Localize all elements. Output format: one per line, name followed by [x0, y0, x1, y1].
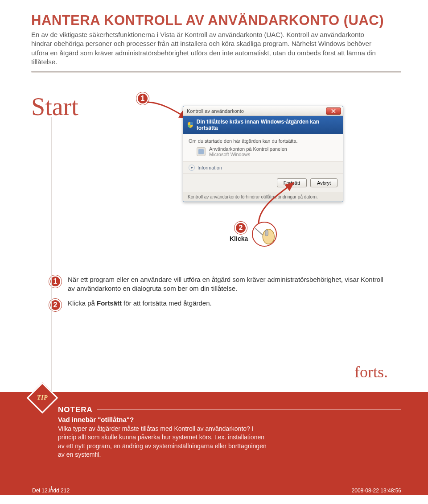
- note-body: Vilka typer av åtgärder måste tillåtas m…: [58, 425, 272, 459]
- uac-banner-text: Din tillåtelse krävs innan Windows-åtgär…: [197, 119, 339, 131]
- cancel-button[interactable]: Avbryt: [310, 178, 337, 187]
- close-icon: [331, 109, 336, 113]
- step-1-row: 1 När ett program eller en användare vil…: [31, 275, 401, 293]
- uac-program-name: Användarkonton på Kontrollpanelen: [209, 146, 287, 152]
- uac-info-row[interactable]: ▾ Information: [183, 161, 343, 174]
- shield-icon: [187, 121, 194, 128]
- chevron-down-icon: ▾: [189, 165, 195, 171]
- uac-window-title: Kontroll av användarkonto: [187, 108, 244, 114]
- tip-badge: TIP: [27, 382, 58, 413]
- click-mouse-icon: [252, 222, 277, 247]
- note-heading: NOTERA: [58, 405, 93, 414]
- uac-info-label: Information: [198, 165, 222, 170]
- intro-text: En av de viktigaste säkerhetsfunktionern…: [31, 30, 379, 66]
- uac-titlebar: Kontroll av användarkonto: [183, 106, 343, 116]
- intro-divider: [31, 71, 401, 73]
- note-heading-rule: [97, 409, 401, 410]
- note-subheading: Vad innebär "otillåtna"?: [58, 416, 401, 423]
- uac-footer-text: Kontroll av användarkonto förhindrar oti…: [183, 192, 343, 202]
- start-label: Start: [31, 94, 78, 119]
- page-title: HANTERA KONTROLL AV ANVÄNDARKONTO (UAC): [31, 12, 401, 29]
- step-2-text: Klicka på Fortsätt för att fortsätta med…: [68, 299, 212, 308]
- step-marker-1: 1: [136, 92, 149, 105]
- uac-dialog: Kontroll av användarkonto Din tillåtelse…: [183, 106, 343, 202]
- uac-publisher: Microsoft Windows: [209, 152, 287, 157]
- svg-rect-1: [265, 230, 268, 236]
- close-button[interactable]: [326, 107, 341, 115]
- continue-button[interactable]: Fortsätt: [277, 178, 307, 187]
- step-marker-2: 2: [235, 222, 247, 234]
- note-box: TIP NOTERA Vad innebär "otillåtna"? Vilk…: [0, 392, 428, 486]
- uac-banner: Din tillåtelse krävs innan Windows-åtgär…: [183, 116, 343, 134]
- step-1-text: När ett program eller en användare vill …: [68, 275, 389, 293]
- uac-body-text: Om du startade den här åtgärden kan du f…: [189, 138, 337, 144]
- continued-label: forts.: [354, 364, 388, 380]
- page-footer: Del 12.indd 212 2008-08-22 13:48:56: [0, 486, 428, 495]
- footer-right: 2008-08-22 13:48:56: [352, 487, 401, 494]
- program-icon: [197, 147, 206, 156]
- step-2-row: 2 Klicka på Fortsätt för att fortsätta m…: [31, 299, 401, 311]
- klicka-label: Klicka: [230, 235, 248, 242]
- svg-point-0: [263, 229, 274, 244]
